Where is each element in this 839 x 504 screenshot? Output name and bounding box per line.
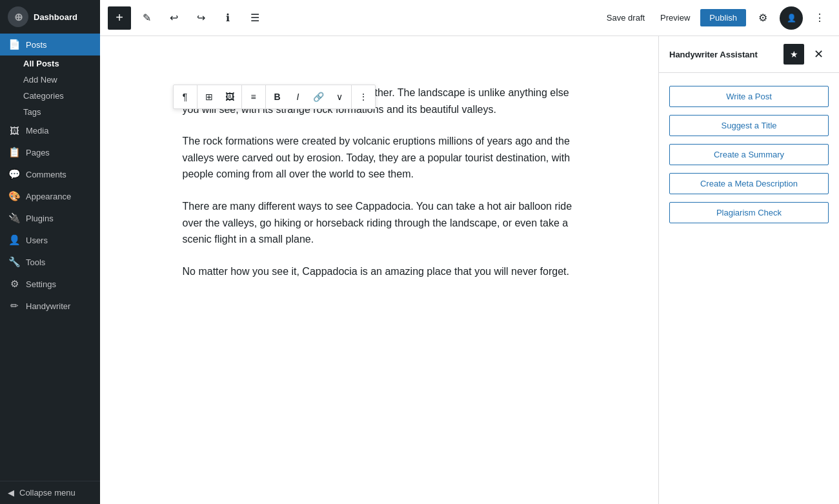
sidebar-item-plugins[interactable]: 🔌 Plugins [0,207,100,229]
settings-icon: ⚙ [8,278,21,290]
panel-header: Handywriter Assistant ★ ✕ [659,36,839,73]
create-meta-description-button[interactable]: Create a Meta Description [669,173,829,194]
more-options-button[interactable]: ⋮ [808,6,831,30]
write-post-button[interactable]: Write a Post [669,86,829,107]
appearance-icon: 🎨 [8,190,21,202]
sidebar: ⊕ Dashboard 📄 Posts All Posts Add New Ca… [0,0,100,504]
sidebar-item-posts[interactable]: 📄 Posts [0,34,100,55]
sidebar-item-users[interactable]: 👤 Users [0,229,100,251]
editor-inner: ¶ ⊞ 🖼 ≡ B I 🔗 ∨ [170,85,589,279]
sidebar-sub-categories[interactable]: Categories [23,88,100,104]
collapse-menu-button[interactable]: ◀ Collapse menu [0,481,100,504]
options-button[interactable]: ⋮ [353,86,374,107]
comments-icon: 💬 [8,168,21,180]
sidebar-item-plugins-label: Plugins [26,214,54,223]
panel-body: Write a Post Suggest a Title Create a Su… [659,73,839,236]
format-toolbar: ¶ ⊞ 🖼 ≡ B I 🔗 ∨ [173,85,376,109]
sidebar-item-media-label: Media [26,126,48,136]
info-button[interactable]: ℹ [216,6,239,30]
sidebar-dashboard[interactable]: ⊕ Dashboard [0,0,100,34]
sidebar-item-tools-label: Tools [26,257,45,267]
editor-paragraph-4: No matter how you see it, Cappadocia is … [183,263,576,280]
users-icon: 👤 [8,234,21,246]
top-toolbar: + ✎ ↩ ↪ ℹ ☰ Save draft Preview Publish ⚙… [100,0,839,36]
tools-icon: 🔧 [8,256,21,268]
sidebar-item-handywriter-label: Handywriter [26,301,70,311]
sidebar-item-settings[interactable]: ⚙ Settings [0,273,100,295]
format-group-media: ⊞ 🖼 [197,85,242,108]
save-draft-button[interactable]: Save draft [601,9,650,26]
list-view-button[interactable]: ☰ [243,6,267,30]
align-button[interactable]: ≡ [243,86,264,107]
right-panel: Handywriter Assistant ★ ✕ Write a Post S… [658,36,839,504]
settings-gear-button[interactable]: ⚙ [751,6,774,30]
sidebar-item-pages-label: Pages [26,148,50,157]
user-avatar-button[interactable]: 👤 [780,6,803,30]
bold-button[interactable]: B [267,86,288,107]
edit-mode-button[interactable]: ✎ [135,6,158,30]
sidebar-item-media[interactable]: 🖼 Media [0,120,100,141]
sidebar-item-comments[interactable]: 💬 Comments [0,163,100,185]
publish-button[interactable]: Publish [700,9,746,26]
collapse-label: Collapse menu [19,488,76,498]
editor-content[interactable]: ¶ ⊞ 🖼 ≡ B I 🔗 ∨ [100,36,658,504]
create-summary-button[interactable]: Create a Summary [669,144,829,165]
sidebar-item-tools[interactable]: 🔧 Tools [0,251,100,273]
panel-header-icons: ★ ✕ [783,44,829,65]
editor-area: ¶ ⊞ 🖼 ≡ B I 🔗 ∨ [100,36,839,504]
sidebar-nav: 📄 Posts All Posts Add New Categories Tag… [0,34,100,481]
media-icon: 🖼 [8,125,21,136]
suggest-title-button[interactable]: Suggest a Title [669,115,829,136]
plagiarism-check-button[interactable]: Plagiarism Check [669,202,829,223]
panel-star-button[interactable]: ★ [783,44,804,65]
main-area: + ✎ ↩ ↪ ℹ ☰ Save draft Preview Publish ⚙… [100,0,839,504]
panel-close-button[interactable]: ✕ [808,44,829,65]
sidebar-sub-add-new[interactable]: Add New [23,72,100,88]
format-group-paragraph: ¶ [174,85,197,108]
sidebar-sub-all-posts[interactable]: All Posts [23,55,100,72]
pages-icon: 📋 [8,146,21,158]
add-block-button[interactable]: + [108,6,131,30]
handywriter-icon: ✏ [8,300,21,312]
dashboard-label: Dashboard [34,12,77,22]
paragraph-style-button[interactable]: ¶ [175,86,196,107]
italic-button[interactable]: I [288,86,308,107]
sidebar-item-comments-label: Comments [26,170,66,179]
posts-icon: 📄 [8,39,21,50]
editor-paragraph-2: The rock formations were created by volc… [183,133,576,183]
posts-submenu: All Posts Add New Categories Tags [0,55,100,120]
sidebar-item-settings-label: Settings [26,279,56,289]
format-group-text: B I 🔗 ∨ [266,85,352,108]
redo-button[interactable]: ↪ [189,6,212,30]
sidebar-item-posts-label: Posts [26,40,47,50]
sidebar-item-appearance-label: Appearance [26,192,71,201]
toolbar-left: + ✎ ↩ ↪ ℹ ☰ [108,6,267,30]
format-group-more: ⋮ [352,85,375,108]
editor-paragraph-3: There are many different ways to see Cap… [183,198,576,248]
sidebar-item-users-label: Users [26,236,48,245]
editor-text[interactable]: amazing and unique place that is like no… [183,85,576,279]
more-rich-button[interactable]: ∨ [329,86,350,107]
wordpress-icon: ⊕ [8,6,28,27]
sidebar-item-handywriter[interactable]: ✏ Handywriter [0,295,100,317]
format-group-align: ≡ [242,85,266,108]
image-button[interactable]: 🖼 [219,86,240,107]
undo-button[interactable]: ↩ [162,6,185,30]
sidebar-sub-tags[interactable]: Tags [23,104,100,120]
link-button[interactable]: 🔗 [308,86,329,107]
sidebar-item-pages[interactable]: 📋 Pages [0,141,100,163]
toolbar-right: Save draft Preview Publish ⚙ 👤 ⋮ [601,6,831,30]
preview-button[interactable]: Preview [655,9,695,26]
collapse-icon: ◀ [8,488,14,498]
table-button[interactable]: ⊞ [199,86,219,107]
sidebar-item-appearance[interactable]: 🎨 Appearance [0,185,100,207]
panel-title: Handywriter Assistant [669,50,758,59]
plugins-icon: 🔌 [8,212,21,224]
